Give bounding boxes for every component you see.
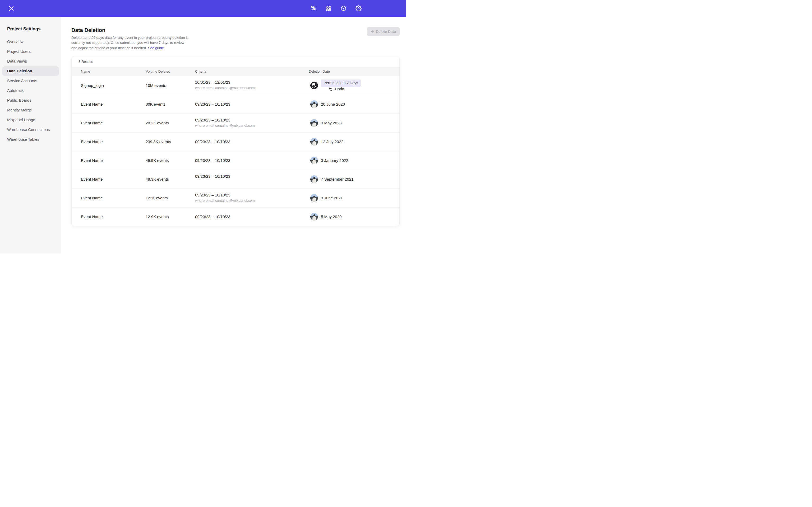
page-description: Delete up to 90 days data for any event … <box>71 35 191 50</box>
deletions-card: 5 Results Name Volume Deleted Criteria D… <box>71 56 400 226</box>
row-criteria-range: 09/23/23 – 10/10/23 <box>195 118 309 122</box>
delete-data-label: Delete Data <box>376 30 396 34</box>
photo-avatar <box>310 194 318 202</box>
sidebar-item-public-boards[interactable]: Public Boards <box>0 96 61 105</box>
settings-gear-icon[interactable] <box>356 5 362 11</box>
sidebar-item-project-users[interactable]: Project Users <box>0 47 61 57</box>
sidebar-item-service-accounts[interactable]: Service Accounts <box>0 76 61 86</box>
deletion-date: 3 May 2023 <box>321 121 342 125</box>
deletion-content: 3 May 2023 <box>321 121 342 125</box>
data-management-icon[interactable] <box>310 5 316 11</box>
sidebar-title: Project Settings <box>0 26 61 32</box>
row-criteria: 09/23/23 – 10/10/23 <box>195 139 309 144</box>
row-criteria-range: 09/23/23 – 10/10/23 <box>195 139 309 144</box>
deletion-date: 7 September 2021 <box>321 177 353 181</box>
sidebar-item-autotrack[interactable]: Autotrack <box>0 86 61 96</box>
row-volume: 10M events <box>146 83 195 88</box>
row-criteria-range: 09/23/23 – 10/10/23 <box>195 214 309 219</box>
photo-avatar <box>310 138 318 146</box>
page-title: Data Deletion <box>71 27 191 33</box>
page-header: Data Deletion Delete up to 90 days data … <box>71 27 400 50</box>
deletion-content: 20 June 2023 <box>321 102 345 106</box>
deletion-date: 3 January 2022 <box>321 158 348 163</box>
column-header-name: Name <box>81 69 146 73</box>
sidebar-item-warehouse-tables[interactable]: Warehouse Tables <box>0 135 61 145</box>
table-row: Event Name12.9K events09/23/23 – 10/10/2… <box>71 207 399 226</box>
row-deletion-date: 12 July 2022 <box>309 138 399 146</box>
row-name: Signup_login <box>81 83 146 88</box>
row-volume: 12.9K events <box>146 214 195 219</box>
table-row: Event Name239.3K events09/23/23 – 10/10/… <box>71 132 399 151</box>
row-criteria-range: 09/23/23 – 10/10/23 <box>195 158 309 163</box>
row-deletion-date: 3 June 2021 <box>309 194 399 202</box>
row-volume: 30K events <box>146 102 195 106</box>
table-body: Signup_login10M events10/01/23 – 12/01/2… <box>71 76 399 226</box>
row-criteria: 09/23/23 – 10/10/23 <box>195 174 309 184</box>
table-row: Event Name49.9K events09/23/23 – 10/10/2… <box>71 151 399 170</box>
main-content: Data Deletion Delete up to 90 days data … <box>61 17 406 253</box>
deletion-content: 7 September 2021 <box>321 177 353 181</box>
undo-icon <box>328 87 333 91</box>
row-criteria-range: 09/23/23 – 10/10/23 <box>195 193 309 197</box>
sidebar-item-warehouse-connections[interactable]: Warehouse Connections <box>0 125 61 135</box>
row-deletion-date: Permanent in 7 DaysUndo <box>309 79 399 91</box>
sidebar-item-mixpanel-usage[interactable]: Mixpanel Usage <box>0 115 61 125</box>
deletion-date: 5 May 2020 <box>321 214 342 219</box>
row-name: Event Name <box>81 177 146 181</box>
row-criteria: 09/23/23 – 10/10/23 <box>195 158 309 163</box>
page-description-text: Delete up to 90 days data for any event … <box>71 36 189 50</box>
mixpanel-logo-icon[interactable] <box>8 5 14 12</box>
deletion-content: Permanent in 7 DaysUndo <box>321 79 361 91</box>
table-row: Signup_login10M events10/01/23 – 12/01/2… <box>71 76 399 95</box>
deletion-date: 12 July 2022 <box>321 139 343 144</box>
row-criteria: 09/23/23 – 10/10/23where email contains … <box>195 118 309 128</box>
sketch-avatar <box>310 81 318 89</box>
row-criteria-filter: where email contains @mixpanel.com <box>195 86 309 91</box>
row-volume: 49.9K events <box>146 158 195 163</box>
sidebar-item-identity-merge[interactable]: Identity Merge <box>0 105 61 115</box>
row-criteria-filter <box>195 180 309 184</box>
row-name: Event Name <box>81 196 146 200</box>
column-header-volume: Volume Deleted <box>146 69 195 73</box>
table-row: Event Name123K events09/23/23 – 10/10/23… <box>71 188 399 207</box>
row-volume: 123K events <box>146 196 195 200</box>
column-header-deletion-date: Deletion Date <box>309 69 399 73</box>
row-deletion-date: 3 January 2022 <box>309 157 399 164</box>
sidebar-item-data-deletion[interactable]: Data Deletion <box>2 66 59 76</box>
row-deletion-date: 7 September 2021 <box>309 175 399 183</box>
row-name: Event Name <box>81 121 146 125</box>
deletion-content: 3 January 2022 <box>321 158 348 163</box>
deletion-content: 12 July 2022 <box>321 139 343 144</box>
delete-data-button[interactable]: Delete Data <box>367 27 400 36</box>
row-name: Event Name <box>81 139 146 144</box>
row-criteria: 09/23/23 – 10/10/23 <box>195 102 309 106</box>
row-volume: 48.3K events <box>146 177 195 181</box>
table-row: Event Name30K events09/23/23 – 10/10/232… <box>71 95 399 114</box>
sidebar-item-data-views[interactable]: Data Views <box>0 57 61 66</box>
undo-button[interactable]: Undo <box>328 87 344 91</box>
plus-icon <box>370 30 374 33</box>
sidebar: Project Settings OverviewProject UsersDa… <box>0 17 61 253</box>
see-guide-link[interactable]: See guide <box>148 46 164 50</box>
photo-avatar <box>310 100 318 108</box>
table-row: Event Name20.2K events09/23/23 – 10/10/2… <box>71 114 399 132</box>
row-criteria-filter: where email contains @mixpanel.com <box>195 124 309 128</box>
deletion-date: 3 June 2021 <box>321 196 343 200</box>
row-deletion-date: 3 May 2023 <box>309 119 399 127</box>
topbar-icons <box>310 5 362 11</box>
photo-avatar <box>310 157 318 164</box>
photo-avatar <box>310 213 318 221</box>
row-criteria-range: 10/01/23 – 12/01/23 <box>195 80 309 84</box>
row-volume: 20.2K events <box>146 121 195 125</box>
row-criteria: 09/23/23 – 10/10/23 <box>195 214 309 219</box>
deletion-content: 3 June 2021 <box>321 196 343 200</box>
sidebar-item-overview[interactable]: Overview <box>0 37 61 47</box>
row-name: Event Name <box>81 158 146 163</box>
photo-avatar <box>310 175 318 183</box>
help-icon[interactable] <box>341 5 347 11</box>
apps-grid-icon[interactable] <box>325 5 332 11</box>
row-criteria-range: 09/23/23 – 10/10/23 <box>195 102 309 106</box>
deletion-date: 20 June 2023 <box>321 102 345 106</box>
column-header-criteria: Criteria <box>195 69 309 73</box>
undo-label: Undo <box>335 87 344 91</box>
